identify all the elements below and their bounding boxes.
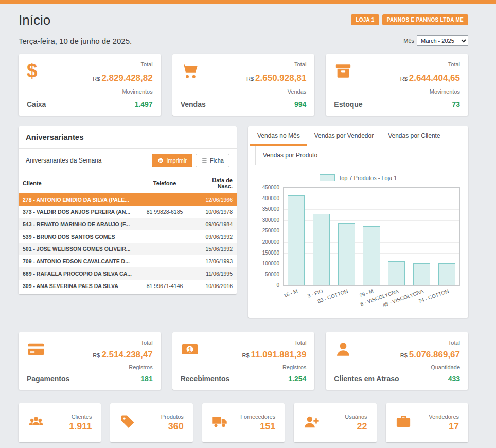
stat-card-left: Clientes em Atraso xyxy=(334,339,399,383)
bar-slot xyxy=(434,188,459,285)
tab-vendas-por-vendedor[interactable]: Vendas por Vendedor xyxy=(307,126,381,146)
print-button-label: Imprimir xyxy=(166,157,187,164)
month-picker: Mês March - 2025 xyxy=(403,35,468,46)
y-tick-label: 50000 xyxy=(265,271,279,277)
stat-card-right: Total R$11.091.881,39 Registros 1.254 xyxy=(242,339,307,383)
month-label: Mês xyxy=(403,38,414,44)
stat-card-right: Total R$5.076.869,67 Quantidade 433 xyxy=(400,339,460,383)
stat-card-title: Recebimentos xyxy=(181,374,230,383)
mini-card-value: 22 xyxy=(345,421,367,432)
count-label: Movimentos xyxy=(400,88,460,95)
birthday-row[interactable]: 278 - ANTONIO EMIDIO DA SILVA (PALE... 1… xyxy=(19,193,237,206)
total-amount: R$11.091.881,39 xyxy=(242,350,307,360)
birthdays-table-body: 278 - ANTONIO EMIDIO DA SILVA (PALE... 1… xyxy=(19,193,237,293)
cell-cliente: 373 - VALDIR DOS ANJOS PEREIRA (AN... xyxy=(19,206,136,218)
total-label: Total xyxy=(93,339,152,346)
count-value: 1.254 xyxy=(242,374,307,383)
tab-vendas-por-produto[interactable]: Vendas por Produto xyxy=(255,146,325,165)
tab-vendas-no-mês[interactable]: Vendas no Mês xyxy=(250,126,307,146)
stat-card-title: Estoque xyxy=(334,100,362,109)
total-amount: R$2.650.928,81 xyxy=(246,73,306,83)
total-label: Total xyxy=(400,61,460,67)
cell-telefone: 81 99671-4146 xyxy=(136,280,193,292)
bar-slot xyxy=(309,188,334,285)
box-icon xyxy=(334,61,362,81)
bar-slot xyxy=(409,188,434,285)
bar-79 - M xyxy=(363,226,380,285)
stat-card-title: Pagamentos xyxy=(27,374,69,383)
month-select[interactable]: March - 2025 xyxy=(417,35,468,46)
tag-icon xyxy=(119,414,136,432)
bar-74 - COTTON xyxy=(438,263,455,285)
bar-48 - VISCOLYCRA xyxy=(413,263,430,285)
cell-telefone xyxy=(136,193,193,206)
birthday-row[interactable]: 709 - ANTONIO EDSON CAVALCANTE D... 12/0… xyxy=(19,255,237,267)
birthdays-table: ClienteTelefoneData de Nasc. 278 - ANTON… xyxy=(19,173,237,292)
stat-card-left: Estoque xyxy=(334,61,362,109)
cell-cliente: 669 - RAFAELA PROCOPIO DA SILVA CA... xyxy=(19,267,136,280)
bottom-stat-cards-row: Pagamentos Total R$2.514.238,47 Registro… xyxy=(19,332,468,390)
sales-tabs-row1: Vendas no MêsVendas por VendedorVendas p… xyxy=(248,126,468,146)
mini-card-value: 17 xyxy=(429,421,459,432)
column-header: Cliente xyxy=(19,173,136,193)
ficha-button[interactable]: Ficha xyxy=(196,154,229,167)
birthday-row[interactable]: 669 - RAFAELA PROCOPIO DA SILVA CA... 11… xyxy=(19,267,237,280)
birthdays-actions: Imprimir Ficha xyxy=(152,154,229,167)
x-tick-label: 16 - M xyxy=(283,288,298,298)
mini-card-produtos: Produtos 360 xyxy=(110,403,192,442)
mini-card-value: 1.911 xyxy=(69,421,92,432)
cell-cliente: 278 - ANTONIO EMIDIO DA SILVA (PALE... xyxy=(19,193,136,206)
birthday-row[interactable]: 501 - JOSE WELISSON GOMES OLIVEIR... 15/… xyxy=(19,243,237,255)
stat-card-vendas: Vendas Total R$2.650.928,81 Vendas 994 xyxy=(172,54,315,116)
user-plus-icon xyxy=(303,414,320,432)
y-axis: 0500001000001500002000002500003000003500… xyxy=(256,187,283,286)
count-value: 181 xyxy=(93,374,152,383)
company-badge[interactable]: PANNOS E PANNOS LTDA ME xyxy=(382,14,468,25)
user-icon xyxy=(334,339,399,359)
cell-telefone xyxy=(136,218,193,230)
print-button[interactable]: Imprimir xyxy=(152,154,192,167)
birthdays-title: Aniversariantes xyxy=(19,126,237,149)
tab-vendas-por-cliente[interactable]: Vendas por Cliente xyxy=(381,126,447,146)
mini-card-value: 360 xyxy=(161,421,184,432)
birthday-row[interactable]: 543 - RENATO MARINHO DE ARAUJO (F... 09/… xyxy=(19,218,237,230)
column-header: Telefone xyxy=(136,173,193,193)
cell-telefone xyxy=(136,230,193,243)
birthday-row[interactable]: 373 - VALDIR DOS ANJOS PEREIRA (AN... 81… xyxy=(19,206,237,218)
top-stat-cards-row: $ Caixa Total R$2.829.428,82 Movimentos … xyxy=(19,54,468,116)
cell-telefone xyxy=(136,255,193,267)
currency-prefix: R$ xyxy=(400,76,408,82)
stat-card-left: $ Caixa xyxy=(27,61,46,109)
users-icon xyxy=(28,414,44,432)
total-amount: R$5.076.869,67 xyxy=(400,350,460,360)
legend-label: Top 7 Produtos - Loja 1 xyxy=(339,175,397,181)
cell-nasc: 11/06/1995 xyxy=(193,267,237,280)
birthday-row[interactable]: 539 - BRUNO DOS SANTOS GOMES 09/06/1992 xyxy=(19,230,237,243)
stat-card-title: Caixa xyxy=(27,100,46,109)
cell-telefone: 81 99828-6185 xyxy=(136,206,193,218)
cell-telefone xyxy=(136,267,193,280)
stat-card-clientes-em-atraso: Clientes em Atraso Total R$5.076.869,67 … xyxy=(326,332,468,390)
bar-chart: 0500001000001500002000002500003000003500… xyxy=(256,187,460,286)
bar-6 - VISCOLYCRA xyxy=(388,261,405,285)
legend-swatch xyxy=(320,174,335,181)
header-badges: LOJA 1 PANNOS E PANNOS LTDA ME xyxy=(351,14,468,25)
store-badge[interactable]: LOJA 1 xyxy=(351,14,379,25)
y-tick-label: 150000 xyxy=(262,249,279,255)
bar-83 - COTTON xyxy=(338,223,355,285)
birthdays-subheader: Aniversariantes da Semana Imprimir Ficha xyxy=(19,149,237,173)
count-label: Registros xyxy=(242,364,307,370)
mini-card-value: 151 xyxy=(240,421,275,432)
top-accent-bar xyxy=(0,0,496,4)
y-tick-label: 200000 xyxy=(262,239,279,244)
sales-tabs-row2: Vendas por Produto xyxy=(248,146,468,165)
total-label: Total xyxy=(400,339,460,346)
stat-card-right: Total R$2.829.428,82 Movimentos 1.497 xyxy=(93,61,152,109)
y-tick-label: 300000 xyxy=(262,217,279,223)
stat-card-pagamentos: Pagamentos Total R$2.514.238,47 Registro… xyxy=(19,332,161,390)
printer-icon xyxy=(157,157,164,164)
stat-card-title: Vendas xyxy=(181,100,206,109)
birthday-row[interactable]: 309 - ANA SEVERINA PAES DA SILVA 81 9967… xyxy=(19,280,237,292)
count-label: Vendas xyxy=(246,88,306,95)
cell-nasc: 09/06/1984 xyxy=(193,218,237,230)
